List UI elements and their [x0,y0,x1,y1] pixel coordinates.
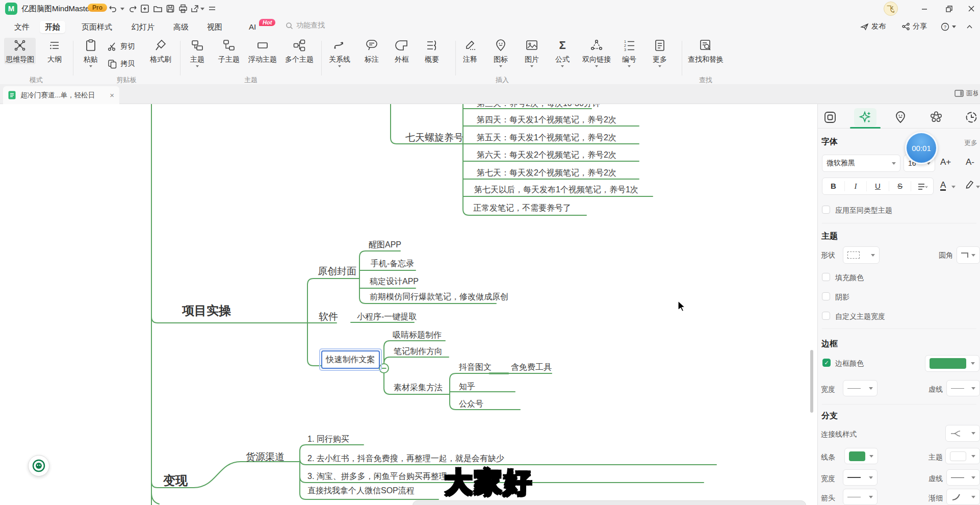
highlight-pen-button[interactable] [965,180,975,190]
new-document-button[interactable] [139,3,151,14]
corner-select[interactable] [957,246,980,264]
redo-button[interactable] [127,3,140,14]
undo-button[interactable] [106,3,118,14]
border-width-select[interactable] [843,380,878,396]
font-color-dropdown-icon[interactable] [951,186,956,188]
bidirectional-link-button[interactable]: 双向链接 [578,38,615,67]
taper-select[interactable] [946,489,980,505]
font-decrease-button[interactable]: A- [966,157,974,167]
custom-width-checkbox[interactable] [822,312,830,320]
branch-width-select[interactable] [843,469,878,486]
mindmap-node[interactable]: 第七天以后，每天发布1个视频笔记，养号1次 [474,185,638,195]
font-family-select[interactable]: 微软雅黑 [822,155,900,172]
fill-color-checkbox[interactable] [822,273,830,281]
restore-window-button[interactable] [941,2,957,15]
mindmap-node[interactable]: 第六天：每天发2个视频笔记，养号2次 [477,150,616,161]
tab-theme[interactable] [925,108,947,127]
highlight-dropdown-icon[interactable] [976,186,980,188]
apply-same-type-checkbox[interactable] [822,206,830,214]
mindmap-node[interactable]: 1. 同行购买 [307,434,349,445]
collapse-ribbon-button[interactable] [966,20,973,33]
mindmap-node[interactable]: 前期模仿同行爆款笔记，修改做成原创 [370,292,508,302]
mindmap-node[interactable]: 笔记制作方向 [394,346,443,357]
mindmap-node[interactable]: 正常发笔记，不需要养号了 [473,203,571,214]
print-button[interactable] [177,3,189,14]
tab-canvas-style[interactable] [819,108,841,127]
mindmap-node[interactable]: 小程序-一键提取 [357,312,417,322]
mindmap-mode-button[interactable]: 思维导图 [4,38,36,64]
paste-button[interactable]: 粘贴 [79,38,103,67]
save-button[interactable] [164,3,176,14]
help-button[interactable]: ? [941,20,956,33]
tab-history[interactable] [960,108,980,127]
tab-magic-style[interactable] [854,108,876,127]
mindmap-node-selected[interactable]: 快速制作文案 [321,350,380,369]
outline-mode-button[interactable]: 大纲 [42,38,67,64]
border-dash-select[interactable] [946,380,980,396]
assistant-floating-button[interactable] [28,455,49,476]
insert-icon-button[interactable]: 图标 [489,38,512,67]
shadow-checkbox[interactable] [822,292,830,300]
mindmap-node[interactable]: 2. 去小红书，抖音免费搜，再整理一起，就是会有缺少 [307,453,504,464]
customize-quickbar-button[interactable] [206,3,218,14]
document-tab[interactable]: 超冷门赛道...单，轻松日 × [3,86,119,104]
boundary-button[interactable]: 外框 [391,38,413,64]
menu-view[interactable]: 视图 [202,21,227,33]
shape-select[interactable] [843,246,880,264]
mindmap-node[interactable]: 第四天：每天发1个视频笔记，养号2次 [477,115,616,125]
callout-button[interactable]: 标注 [360,38,383,64]
mindmap-node[interactable]: 七天螺旋养号 [405,131,463,144]
menu-page-style[interactable]: 页面样式 [76,21,117,33]
line-color-select[interactable] [844,448,878,464]
bold-button[interactable]: B [822,181,845,191]
find-replace-button[interactable]: 查找和替换 [682,38,729,64]
numbering-button[interactable]: 123 编号 [618,38,640,67]
menu-advanced[interactable]: 高级 [168,21,194,33]
topic-color-select[interactable] [945,448,980,464]
mindmap-node[interactable]: 手机-备忘录 [371,259,414,269]
tab-close-icon[interactable]: × [110,91,114,99]
relationship-line-button[interactable]: 关系线 [325,38,354,67]
formula-button[interactable]: Σ 公式 [551,38,574,67]
menu-home[interactable]: 开始 [40,21,65,33]
mindmap-node[interactable]: 公众号 [459,399,483,410]
connector-style-select[interactable] [945,425,980,442]
menu-slides[interactable]: 幻灯片 [126,21,160,33]
mindmap-node[interactable]: 醒图APP [369,240,401,250]
font-increase-button[interactable]: A+ [940,157,951,167]
align-button[interactable] [911,181,933,191]
strikethrough-button[interactable]: S [889,181,912,191]
border-color-select[interactable] [925,355,979,372]
tab-icon-mark[interactable] [889,108,912,127]
insert-picture-button[interactable]: 图片 [521,38,543,67]
cut-button[interactable]: 剪切 [107,40,135,53]
mindmap-node[interactable]: 变现 [163,472,188,489]
mindmap-node[interactable]: 第七天：每天发2个视频笔记，养号2次 [477,168,616,179]
subtopic-button[interactable]: 子主题 [214,38,244,64]
mindmap-node[interactable]: 抖音图文 [459,362,492,373]
note-button[interactable]: 注释 [459,38,481,64]
arrow-select[interactable] [843,489,878,505]
share-dropdown-icon[interactable] [199,3,206,14]
format-painter-button[interactable]: 格式刷 [145,38,176,64]
panel-toggle-button[interactable]: 面板 [955,89,978,98]
mindmap-node[interactable]: 项目实操 [182,302,231,319]
open-file-button[interactable] [151,3,164,14]
user-avatar[interactable]: 飞 [884,2,898,16]
mindmap-node[interactable]: 软件 [319,310,338,323]
mindmap-node[interactable]: 3. 淘宝、拼多多，闲鱼平台购买再整理 [307,471,447,482]
minimize-button[interactable] [917,2,932,15]
mindmap-node[interactable]: 知乎 [459,382,475,392]
feature-search[interactable]: 功能查找 [286,21,325,30]
mindmap-node[interactable]: 第三天：养号2次，每次10-30分钟 [477,104,600,109]
floating-topic-button[interactable]: 浮动主题 [244,38,281,64]
underline-button[interactable]: U [867,181,889,191]
summary-button[interactable]: 概要 [421,38,443,64]
font-more-button[interactable]: 更多 [964,138,977,147]
mindmap-node[interactable]: 吸睛标题制作 [393,330,442,341]
more-insert-button[interactable]: 更多 [649,38,671,67]
italic-button[interactable]: I [845,181,867,191]
mindmap-node[interactable]: 货源渠道 [246,450,285,464]
canvas-vertical-scrollbar[interactable] [810,350,813,413]
mindmap-node[interactable]: 含免费工具 [511,362,552,373]
